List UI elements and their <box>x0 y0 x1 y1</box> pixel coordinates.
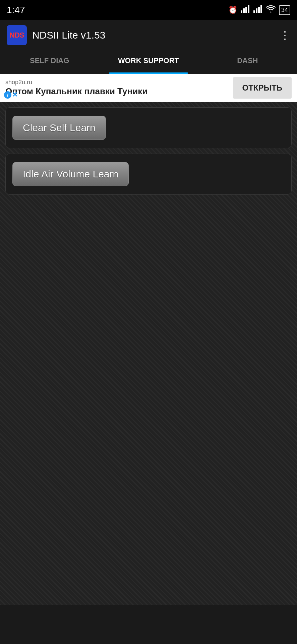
tab-self-diag[interactable]: SELF DIAG <box>0 50 99 74</box>
ad-close-icon[interactable]: ✕ <box>12 91 18 99</box>
signal2-icon <box>253 5 263 15</box>
clear-self-learn-button[interactable]: Clear Self Learn <box>12 116 106 140</box>
svg-rect-2 <box>245 7 247 13</box>
ad-text-block: shop2u.ru Оптом Купальник плавки Туники <box>5 79 228 97</box>
svg-rect-0 <box>241 10 242 13</box>
app-logo: NDS <box>7 25 27 45</box>
tab-bar: SELF DIAG WORK SUPPORT DASH <box>0 50 297 74</box>
signal1-icon <box>241 5 250 15</box>
alarm-icon: ⏰ <box>228 6 237 14</box>
svg-rect-5 <box>256 8 257 13</box>
status-bar: 1:47 ⏰ <box>0 0 297 20</box>
ad-info-icon: i <box>4 91 11 99</box>
app-bar: NDS NDSII Lite v1.53 ⋮ <box>0 20 297 50</box>
ad-banner: shop2u.ru Оптом Купальник плавки Туники … <box>0 74 297 102</box>
svg-rect-6 <box>258 7 260 13</box>
ad-open-button[interactable]: ОТКРЫТЬ <box>233 77 292 99</box>
status-icons: ⏰ 34 <box>228 5 290 15</box>
tab-dash[interactable]: DASH <box>198 50 297 74</box>
svg-rect-7 <box>260 5 262 13</box>
svg-rect-1 <box>243 8 245 13</box>
app-bar-left: NDS NDSII Lite v1.53 <box>7 25 105 45</box>
idle-air-volume-learn-button[interactable]: Idle Air Volume Learn <box>12 162 129 186</box>
svg-rect-3 <box>248 5 249 13</box>
ad-source: shop2u.ru <box>5 79 228 86</box>
svg-rect-4 <box>253 10 255 13</box>
main-content: Clear Self Learn Idle Air Volume Learn <box>0 102 297 605</box>
status-time: 1:47 <box>7 5 25 15</box>
app-title: NDSII Lite v1.53 <box>32 30 105 41</box>
clear-self-learn-card: Clear Self Learn <box>5 107 292 148</box>
logo-text: NDS <box>9 31 24 40</box>
wifi-icon <box>266 5 276 15</box>
battery-icon: 34 <box>279 5 290 15</box>
ad-title: Оптом Купальник плавки Туники <box>5 86 228 97</box>
tab-work-support[interactable]: WORK SUPPORT <box>99 50 198 74</box>
menu-icon[interactable]: ⋮ <box>280 29 290 42</box>
idle-air-volume-learn-card: Idle Air Volume Learn <box>5 154 292 195</box>
